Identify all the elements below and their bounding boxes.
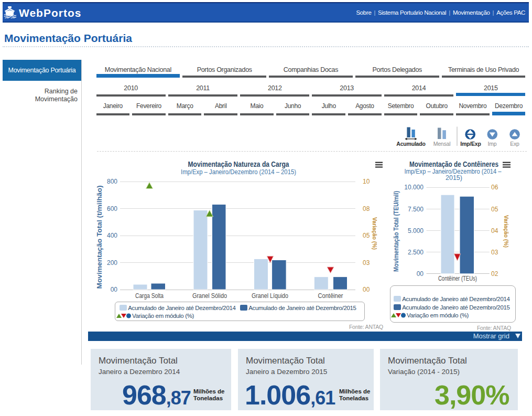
svg-text:00: 00 — [111, 286, 118, 293]
svg-text:Movimentação Total (TEU/mil): Movimentação Total (TEU/mil) — [392, 191, 400, 272]
svg-text:800: 800 — [107, 178, 117, 185]
svg-text:Movimentação Natureza da Carga: Movimentação Natureza da Carga — [188, 160, 290, 168]
svg-text:02: 02 — [491, 270, 498, 278]
svg-text:08: 08 — [363, 205, 370, 212]
svg-text:Granel Líquido: Granel Líquido — [252, 292, 288, 300]
svg-text:03: 03 — [491, 249, 498, 256]
svg-text:Carga Solta: Carga Solta — [135, 292, 164, 300]
svg-text:06: 06 — [491, 184, 498, 191]
svg-text:600: 600 — [107, 205, 117, 212]
svg-text:7.500: 7.500 — [408, 206, 424, 213]
svg-text:Movimentação de Contêineres: Movimentação de Contêineres — [409, 160, 498, 168]
svg-text:04: 04 — [491, 227, 498, 234]
svg-text:03: 03 — [363, 259, 370, 266]
svg-text:10: 10 — [363, 178, 370, 185]
svg-text:2.500: 2.500 — [408, 249, 424, 256]
svg-text:05: 05 — [491, 206, 498, 213]
svg-text:5.000: 5.000 — [408, 227, 424, 234]
svg-text:400: 400 — [107, 232, 117, 239]
svg-text:200: 200 — [107, 259, 117, 266]
svg-text:Imp/Exp – Janeiro/Dezembro (20: Imp/Exp – Janeiro/Dezembro (2014 – 2015) — [181, 168, 296, 176]
svg-text:Variação (%): Variação (%) — [503, 215, 509, 248]
svg-text:05: 05 — [363, 232, 370, 239]
svg-text:00: 00 — [363, 286, 370, 293]
svg-text:10.000: 10.000 — [404, 184, 424, 191]
svg-text:Movimentação Total (t/milhão): Movimentação Total (t/milhão) — [95, 186, 103, 289]
svg-text:00: 00 — [417, 270, 424, 278]
svg-text:Contêiner: Contêiner — [318, 292, 343, 300]
svg-text:Contêiner (TEUs): Contêiner (TEUs) — [438, 275, 477, 282]
svg-text:2015): 2015) — [446, 174, 462, 182]
svg-text:Granel Sólido: Granel Sólido — [192, 292, 227, 300]
svg-text:Variação (%): Variação (%) — [372, 217, 378, 250]
